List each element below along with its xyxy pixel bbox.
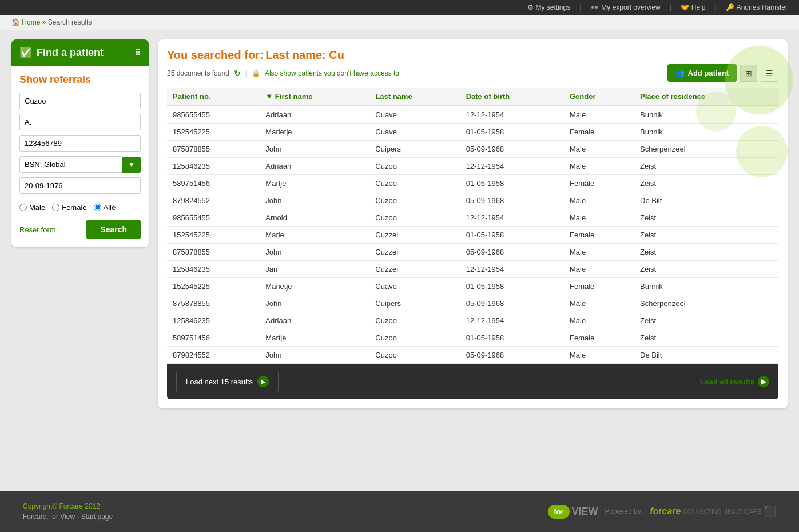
settings-icon: ⚙ (527, 3, 534, 11)
gender-radio-group: Male Female Alle (19, 203, 141, 212)
gender-male-radio[interactable] (19, 204, 27, 211)
sidebar: ✅ Find a patient ⠿ Show referrals BSN: G… (11, 39, 149, 247)
separator-pipe: | (245, 69, 247, 77)
export-icon: 👓 (590, 3, 599, 11)
results-meta: 25 documents found ↻ | 🔒 Also show patie… (167, 64, 778, 82)
form-btn-row: Reset form Search (19, 220, 141, 239)
table-row[interactable]: 125846235JanCuzzei12-12-1954MaleZeist (167, 261, 778, 278)
drag-handle-icon[interactable]: ⠿ (135, 48, 141, 57)
table-row[interactable]: 875878855JohnCuzzei05-09-1968MaleZeist (167, 244, 778, 261)
gender-alle-label[interactable]: Alle (94, 203, 116, 212)
col-place[interactable]: Place of residence (634, 88, 778, 106)
gender-alle-radio[interactable] (94, 204, 101, 211)
first-name-input[interactable] (19, 114, 141, 130)
bsn-select-row: BSN: Global BSN: Local ▼ (19, 156, 141, 173)
search-button[interactable]: Search (86, 220, 141, 239)
load-all-link[interactable]: Load all results ▶ (700, 376, 769, 387)
gender-female-radio[interactable] (52, 204, 59, 211)
footer-left: Copyright© Forcare 2012 Forcare, for Vie… (23, 502, 113, 521)
forcare-icon: ⬛ (764, 505, 776, 518)
help-link[interactable]: 🤝 Help (681, 3, 706, 11)
load-next-icon: ▶ (257, 376, 269, 387)
home-link[interactable]: Home (22, 18, 40, 26)
sidebar-title: Find a patient (37, 47, 104, 59)
bsn-input[interactable] (19, 135, 141, 152)
access-link[interactable]: Also show patients you don't have access… (265, 69, 399, 77)
sidebar-body: Show referrals BSN: Global BSN: Local ▼ … (11, 66, 149, 247)
grid-view-button[interactable]: ⊞ (740, 65, 757, 82)
table-row[interactable]: 589751456MartjeCuzoo01-05-1958FemaleZeis… (167, 175, 778, 192)
show-referrals-label: Show referrals (19, 74, 141, 86)
add-patient-button[interactable]: 👥 Add patient (667, 64, 737, 82)
col-gender[interactable]: Gender (564, 88, 634, 106)
lock-icon: 🔒 (252, 69, 260, 77)
main-content: ✅ Find a patient ⠿ Show referrals BSN: G… (0, 30, 799, 491)
gender-female-label[interactable]: Female (52, 203, 86, 212)
footer-right: for VIEW Powered by: forcare CONNECTING … (548, 505, 776, 519)
reset-form-link[interactable]: Reset form (19, 225, 56, 234)
table-row[interactable]: 875878855JohnCuipers05-09-1968MaleScherp… (167, 141, 778, 158)
breadcrumb-current: Search results (48, 18, 92, 26)
page-footer: Copyright© Forcare 2012 Forcare, for Vie… (0, 491, 799, 532)
table-row[interactable]: 985655455AdriaanCuave12-12-1954MaleBunni… (167, 106, 778, 124)
for-badge: for (548, 505, 569, 519)
help-icon: 🤝 (681, 3, 689, 11)
table-header-row: Patient no. ▼ First name Last name Date … (167, 88, 778, 106)
table-row[interactable]: 589751456MartjeCuzoo01-05-1958FemaleZeis… (167, 329, 778, 347)
dob-input[interactable] (19, 177, 141, 194)
list-view-button[interactable]: ☰ (761, 65, 778, 82)
load-all-icon: ▶ (758, 376, 769, 387)
col-dob[interactable]: Date of birth (460, 88, 564, 106)
bsn-dropdown-btn[interactable]: ▼ (122, 157, 141, 173)
connecting-label: CONNECTING HEALTHCARE (683, 509, 762, 515)
search-term: Last name: Cu (265, 49, 344, 61)
add-patient-icon: 👥 (675, 69, 685, 77)
load-next-button[interactable]: Load next 15 results ▶ (176, 371, 279, 392)
view-label: VIEW (572, 506, 598, 518)
user-link[interactable]: 🔑 Andries Hamster (726, 3, 788, 11)
patient-icon: ✅ (19, 46, 32, 59)
col-last-name[interactable]: Last name (369, 88, 460, 106)
bsn-select[interactable]: BSN: Global BSN: Local (19, 156, 122, 173)
table-footer: Load next 15 results ▶ Load all results … (167, 364, 778, 399)
results-table: Patient no. ▼ First name Last name Date … (167, 88, 778, 364)
table-row[interactable]: 879824552JohnCuzoo05-09-1968MaleDe Bilt (167, 192, 778, 209)
table-row[interactable]: 152545225MarietjeCuave01-05-1958FemaleBu… (167, 124, 778, 141)
col-patient-no[interactable]: Patient no. (167, 88, 260, 106)
settings-link[interactable]: ⚙ My settings (527, 3, 571, 11)
col-first-name[interactable]: ▼ First name (260, 88, 369, 106)
home-icon: 🏠 (11, 18, 20, 26)
table-row[interactable]: 152545225MarietjeCuave01-05-1958FemaleBu… (167, 278, 778, 295)
results-panel: You searched for: Last name: Cu 25 docum… (158, 39, 788, 408)
table-row[interactable]: 879824552JohnCuzoo05-09-1968MaleDe Bilt (167, 347, 778, 364)
sidebar-header: ✅ Find a patient ⠿ (11, 39, 149, 66)
breadcrumb-separator: » (42, 18, 46, 26)
table-row[interactable]: 152545225MarieCuzzei01-05-1958FemaleZeis… (167, 227, 778, 244)
searched-for-label: You searched for: (167, 49, 264, 61)
top-nav: ⚙ My settings | 👓 My export overview | 🤝… (0, 0, 799, 15)
export-link[interactable]: 👓 My export overview (590, 3, 660, 11)
table-row[interactable]: 985655455ArnoldCuzoo12-12-1954MaleZeist (167, 209, 778, 227)
user-icon: 🔑 (726, 3, 734, 11)
last-name-input[interactable] (19, 93, 141, 109)
powered-by-label: Powered by: (605, 507, 643, 515)
forcare-label: forcare (650, 506, 681, 517)
search-query-line: You searched for: Last name: Cu (167, 49, 778, 62)
forcare-logo-area: forcare CONNECTING HEALTHCARE ⬛ (650, 505, 776, 518)
result-count: 25 documents found (167, 69, 229, 77)
breadcrumb: 🏠 Home » Search results (0, 15, 799, 30)
table-row[interactable]: 875878855JohnCuipers05-09-1968MaleScherp… (167, 295, 778, 312)
load-next-label: Load next 15 results (186, 378, 253, 386)
copyright-text: Copyright© Forcare 2012 (23, 502, 113, 510)
tagline-text: Forcare, for View - Start page (23, 513, 113, 521)
results-header: You searched for: Last name: Cu 25 docum… (167, 49, 778, 82)
table-row[interactable]: 125846235AdriaanCuzoo12-12-1954MaleZeist (167, 158, 778, 175)
table-row[interactable]: 125846235AdriaanCuzoo12-12-1954MaleZeist (167, 312, 778, 329)
gender-male-label[interactable]: Male (19, 203, 45, 212)
refresh-icon[interactable]: ↻ (234, 69, 241, 78)
